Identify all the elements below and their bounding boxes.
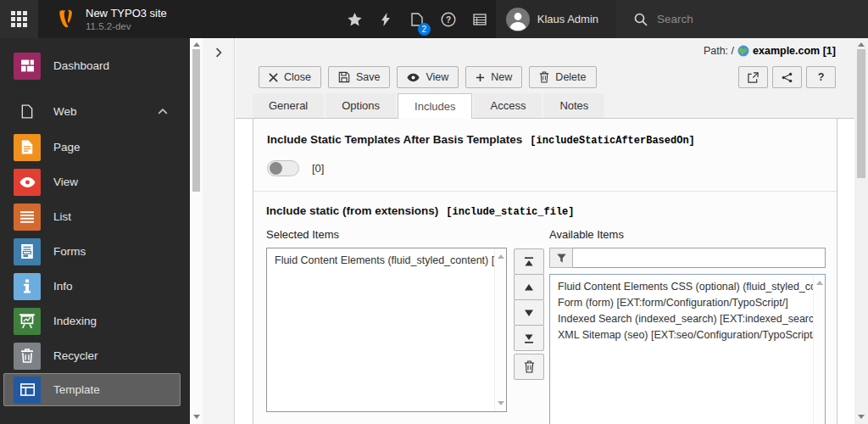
scroll-up-arrow[interactable] xyxy=(816,281,823,285)
sidebar-item-recycler[interactable]: Recycler xyxy=(0,338,190,373)
sidebar-item-dashboard[interactable]: Dashboard xyxy=(0,48,190,83)
listbox-scrollbar[interactable] xyxy=(813,275,825,424)
arrow-down-icon xyxy=(524,309,534,317)
sidebar-group-web[interactable]: Web xyxy=(0,92,190,130)
listbox-scrollbar[interactable] xyxy=(494,248,506,411)
section-include-static-after: Include Static Templates After Basis Tem… xyxy=(253,119,837,192)
sidebar-item-page[interactable]: Page xyxy=(0,130,190,165)
list-item[interactable]: Fluid Content Elements CSS (optional) (f… xyxy=(550,275,825,293)
filter-button[interactable] xyxy=(549,248,573,268)
save-icon xyxy=(338,71,350,83)
list-lines-icon xyxy=(14,204,41,231)
field-code: [include_static_file] xyxy=(446,206,574,218)
tab-includes[interactable]: Includes xyxy=(398,93,472,119)
dashboard-icon xyxy=(14,53,41,80)
scrollbar-thumb[interactable] xyxy=(857,49,865,178)
sidebar-item-label: Info xyxy=(53,280,73,293)
search-icon xyxy=(634,13,648,26)
new-button[interactable]: New xyxy=(465,66,522,88)
close-button[interactable]: Close xyxy=(259,66,321,88)
move-up-button[interactable] xyxy=(514,274,544,300)
list-item[interactable]: Indexed Search (indexed_search) [EXT:ind… xyxy=(550,310,825,326)
sidebar-item-label: Forms xyxy=(53,245,86,258)
open-in-new-window-button[interactable] xyxy=(738,66,768,88)
tab-general[interactable]: General xyxy=(253,93,324,118)
trash-icon xyxy=(14,343,41,370)
sidebar-item-list[interactable]: List xyxy=(0,199,190,234)
move-down-button[interactable] xyxy=(514,299,544,326)
funnel-icon xyxy=(557,254,566,263)
opened-documents-button[interactable]: 2 xyxy=(402,0,433,38)
list-item[interactable]: Form (form) [EXT:form/Configuration/Typo… xyxy=(550,293,825,310)
template-layout-icon xyxy=(14,377,41,404)
scroll-up-arrow[interactable] xyxy=(858,42,865,47)
move-to-top-button[interactable] xyxy=(514,248,544,275)
form-tabs: General Options Includes Access Notes xyxy=(236,93,854,119)
avatar xyxy=(506,8,530,31)
include-static-toggle[interactable] xyxy=(267,160,299,176)
item-mover-buttons xyxy=(514,228,544,424)
tab-panel-includes: Include Static Templates After Basis Tem… xyxy=(253,119,837,424)
eye-icon xyxy=(14,169,41,196)
docheader-help-button[interactable]: ? xyxy=(806,66,836,88)
trash-icon xyxy=(539,71,549,83)
scroll-up-arrow[interactable] xyxy=(498,254,504,259)
module-menu-toggle-button[interactable] xyxy=(0,0,38,38)
path-prefix: Path: / xyxy=(704,45,734,57)
sidebar-item-label: Dashboard xyxy=(53,59,109,72)
scroll-down-arrow[interactable] xyxy=(858,415,865,419)
close-icon xyxy=(269,73,278,82)
expand-pagetree-button[interactable] xyxy=(212,46,225,59)
trash-icon xyxy=(524,360,535,373)
list-item[interactable]: XML Sitemap (seo) [EXT:seo/Configuration… xyxy=(550,326,825,342)
move-to-bottom-button[interactable] xyxy=(514,325,544,351)
star-icon xyxy=(348,13,362,26)
scroll-up-arrow[interactable] xyxy=(193,42,200,47)
tab-notes[interactable]: Notes xyxy=(543,93,604,118)
form-document-icon xyxy=(14,238,41,265)
search-input[interactable] xyxy=(657,13,826,25)
filter-input[interactable] xyxy=(573,248,826,268)
user-menu[interactable]: Klaus Admin xyxy=(496,0,615,38)
sidebar-item-label: Template xyxy=(53,383,100,396)
list-item[interactable]: Fluid Content Elements (fluid_styled_con… xyxy=(267,248,506,267)
sidebar-item-forms[interactable]: Forms xyxy=(0,234,190,269)
bookmark-button[interactable] xyxy=(339,0,370,38)
selected-items-listbox[interactable]: Fluid Content Elements (fluid_styled_con… xyxy=(266,248,507,412)
available-items-listbox[interactable]: Fluid Content Elements CSS (optional) (f… xyxy=(549,274,826,424)
sidebar-item-template[interactable]: Template xyxy=(3,373,181,406)
clear-cache-button[interactable] xyxy=(370,0,402,38)
help-button[interactable]: ? xyxy=(433,0,465,38)
arrow-up-icon xyxy=(524,283,534,292)
site-title: New TYPO3 site xyxy=(86,7,167,20)
share-button[interactable] xyxy=(772,66,802,88)
toggle-knob xyxy=(270,162,282,175)
tab-access[interactable]: Access xyxy=(474,93,542,118)
sidebar-item-info[interactable]: Info xyxy=(0,269,190,304)
save-button[interactable]: Save xyxy=(328,66,391,88)
scrollbar-thumb[interactable] xyxy=(192,49,200,192)
top-bar: New TYPO3 site 11.5.2-dev 2 ? Klaus Admi… xyxy=(0,0,868,38)
remove-item-button[interactable] xyxy=(514,354,544,380)
sidebar-item-view[interactable]: View xyxy=(0,165,190,199)
tab-options[interactable]: Options xyxy=(326,93,396,118)
global-search[interactable] xyxy=(615,0,868,38)
typo3-logo xyxy=(38,0,86,38)
sidebar-item-indexing[interactable]: Indexing xyxy=(0,304,190,338)
doc-header: Path: / example.com [1] Close Save View … xyxy=(236,38,854,93)
system-information-button[interactable] xyxy=(465,0,496,38)
navigation-column xyxy=(203,38,235,424)
sidebar-scrollbar[interactable] xyxy=(190,38,203,424)
scroll-down-arrow[interactable] xyxy=(498,401,504,405)
page-icon xyxy=(14,134,41,161)
scroll-down-arrow[interactable] xyxy=(193,415,200,419)
content-scrollbar[interactable] xyxy=(854,38,868,424)
view-button[interactable]: View xyxy=(397,66,459,88)
sidebar-item-label: Recycler xyxy=(53,349,98,362)
field-code: [includeStaticAfterBasedOn] xyxy=(530,135,694,147)
open-in-new-window-icon xyxy=(748,72,759,83)
available-items-label: Available Items xyxy=(549,228,826,241)
table-list-icon xyxy=(473,14,487,25)
delete-button[interactable]: Delete xyxy=(529,66,596,88)
sidebar-item-label: List xyxy=(53,210,71,223)
